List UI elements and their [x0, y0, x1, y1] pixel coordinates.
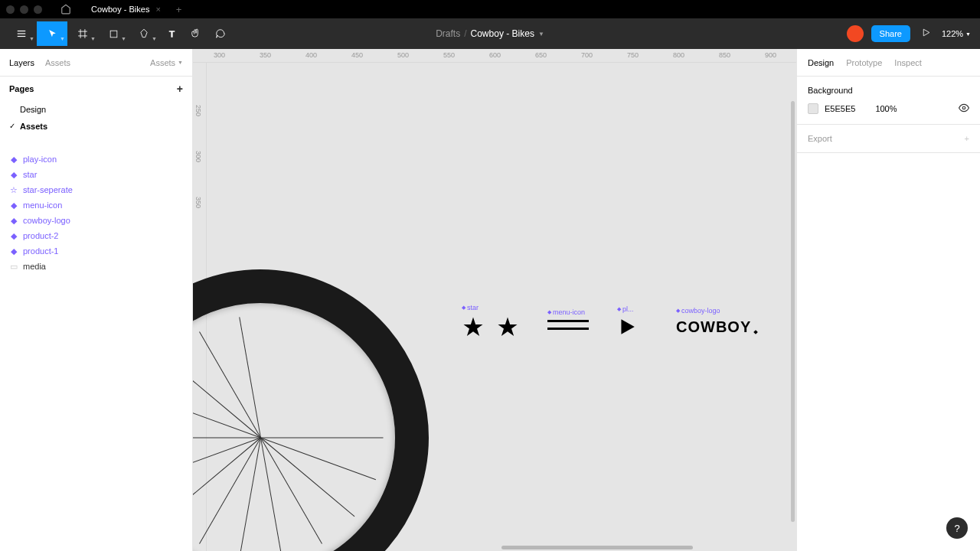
component-icon: ◆	[9, 201, 18, 210]
scrollbar-horizontal[interactable]	[501, 546, 693, 549]
color-swatch[interactable]	[808, 103, 818, 114]
minimize-window[interactable]	[20, 5, 28, 14]
layer-cowboy-logo[interactable]: ◆cowboy-logo	[0, 213, 192, 228]
left-panel: Layers Assets Assets ▼ Pages + Design ✓ …	[0, 49, 193, 551]
help-button[interactable]: ?	[946, 517, 968, 539]
tab-assets-dropdown[interactable]: Assets ▼	[150, 58, 183, 67]
svg-point-10	[962, 106, 965, 109]
star-icon	[496, 315, 519, 338]
canvas-menu-component[interactable]: ◆menu-icon	[547, 320, 589, 330]
text-tool[interactable]	[159, 21, 184, 46]
layer-product-1[interactable]: ◆product-1	[0, 243, 192, 259]
pen-tool[interactable]: ▼	[129, 21, 159, 46]
add-page-button[interactable]: +	[177, 83, 183, 95]
main-menu-button[interactable]: ▼	[6, 21, 37, 46]
toolbar-right: Share 122% ▼	[847, 25, 974, 42]
home-icon[interactable]	[60, 4, 71, 15]
svg-rect-7	[110, 31, 117, 37]
background-row[interactable]: E5E5E5 100%	[808, 103, 969, 115]
component-icon: ◆	[9, 216, 18, 225]
svg-marker-9	[621, 319, 634, 334]
ruler-horizontal: 300 350 400 450 500 550 600 650 700 750 …	[193, 49, 796, 63]
pages-list: Design ✓ Assets	[0, 101, 192, 135]
component-label: ◆star	[462, 304, 479, 311]
toolbar-tools: ▼ ▼ ▼ ▼ ▼	[6, 21, 233, 46]
add-export-button[interactable]: +	[965, 134, 969, 143]
layer-play-icon[interactable]: ◆play-icon	[0, 152, 192, 167]
titlebar: Cowboy - Bikes × +	[0, 0, 980, 18]
frame-icon: ▭	[9, 262, 18, 271]
zoom-value: 122%	[942, 29, 963, 38]
close-window[interactable]	[6, 5, 15, 14]
tab-layers[interactable]: Layers	[9, 58, 34, 67]
layer-media[interactable]: ▭media	[0, 259, 192, 274]
visibility-icon[interactable]	[959, 103, 969, 115]
right-panel-tabs: Design Prototype Inspect	[797, 49, 980, 77]
tab-assets[interactable]: Assets	[45, 58, 70, 67]
layer-product-2[interactable]: ◆product-2	[0, 228, 192, 243]
export-title: Export	[808, 134, 832, 143]
maximize-window[interactable]	[34, 5, 42, 14]
component-icon: ◆	[9, 170, 18, 179]
canvas-area[interactable]: 300 350 400 450 500 550 600 650 700 750 …	[193, 49, 796, 551]
component-icon: ◆	[9, 155, 18, 164]
shape-tool[interactable]: ▼	[98, 21, 129, 46]
pages-header: Pages +	[0, 77, 192, 101]
component-label: ◆cowboy-logo	[676, 307, 720, 315]
svg-rect-1	[18, 33, 26, 34]
canvas-play-component[interactable]: ◆pl...	[617, 317, 637, 340]
zoom-control[interactable]: 122% ▼	[942, 29, 974, 38]
right-panel: Design Prototype Inspect Background E5E5…	[796, 49, 980, 551]
menu-icon	[547, 320, 589, 330]
breadcrumb-file: Cowboy - Bikes	[471, 28, 534, 39]
breadcrumb-root: Drafts	[436, 28, 460, 39]
avatar[interactable]	[847, 25, 864, 42]
new-tab-button[interactable]: +	[176, 4, 182, 15]
toolbar: ▼ ▼ ▼ ▼ ▼ Drafts / Cowboy - Bikes	[0, 18, 980, 49]
canvas-star-component[interactable]: ◆star	[462, 315, 485, 341]
layers-list: ◆play-icon ◆star ☆star-seperate ◆menu-ic…	[0, 145, 192, 280]
export-section: Export +	[797, 125, 980, 153]
canvas[interactable]: ◆star ◆menu-icon ◆pl... ◆cowboy-logo COW…	[207, 63, 796, 551]
color-opacity: 100%	[875, 104, 897, 113]
tab-title: Cowboy - Bikes	[91, 5, 149, 14]
window-controls	[6, 5, 42, 14]
component-icon: ◆	[9, 231, 18, 240]
scrollbar-vertical[interactable]	[791, 101, 795, 522]
cowboy-logo-text: COWBOY	[676, 318, 751, 336]
svg-rect-0	[18, 31, 26, 31]
svg-rect-2	[18, 36, 26, 37]
move-tool[interactable]: ▼	[37, 21, 67, 46]
hand-tool[interactable]	[184, 21, 208, 46]
pages-title: Pages	[9, 84, 34, 93]
chevron-down-icon: ▼	[538, 31, 544, 37]
left-panel-tabs: Layers Assets Assets ▼	[0, 49, 192, 77]
comment-tool[interactable]	[208, 21, 233, 46]
frame-tool[interactable]: ▼	[67, 21, 98, 46]
tab-design[interactable]: Design	[808, 58, 834, 67]
layer-menu-icon[interactable]: ◆menu-icon	[0, 197, 192, 213]
share-button[interactable]: Share	[871, 25, 910, 42]
layer-star[interactable]: ◆star	[0, 167, 192, 182]
close-tab-icon[interactable]: ×	[155, 5, 160, 14]
file-tab[interactable]: Cowboy - Bikes ×	[83, 2, 168, 17]
present-button[interactable]	[918, 27, 934, 41]
play-icon	[617, 317, 637, 337]
tab-prototype[interactable]: Prototype	[846, 58, 882, 67]
tab-inspect[interactable]: Inspect	[894, 58, 921, 67]
bike-wheel-image[interactable]	[193, 269, 429, 551]
component-icon: ◆	[9, 246, 18, 256]
color-hex: E5E5E5	[825, 104, 855, 113]
layer-star-seperate[interactable]: ☆star-seperate	[0, 182, 192, 197]
canvas-star-separate[interactable]	[496, 315, 519, 341]
page-item-design[interactable]: Design	[0, 101, 192, 118]
svg-marker-8	[923, 29, 929, 36]
star-icon: ☆	[9, 185, 18, 194]
background-title: Background	[808, 86, 969, 95]
page-item-assets[interactable]: Assets	[0, 118, 192, 135]
star-icon	[462, 315, 485, 338]
component-label: ◆menu-icon	[547, 308, 585, 316]
breadcrumb[interactable]: Drafts / Cowboy - Bikes ▼	[436, 28, 544, 39]
component-label: ◆pl...	[617, 305, 634, 313]
canvas-cowboy-logo[interactable]: ◆cowboy-logo COWBOY	[676, 318, 751, 336]
